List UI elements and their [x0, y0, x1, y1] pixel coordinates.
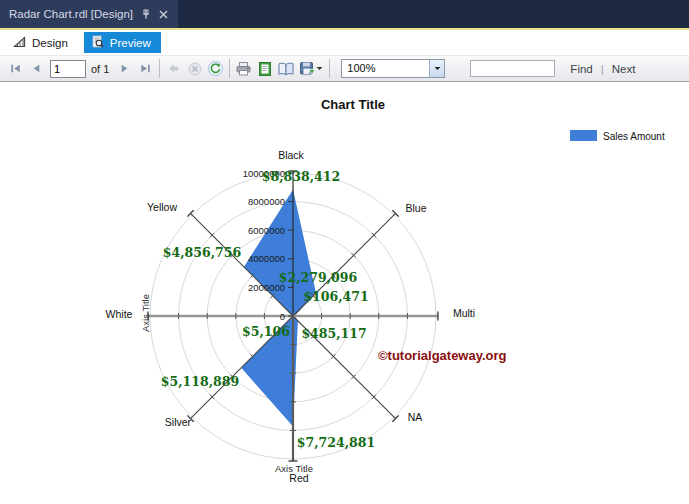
- data-point-label: $7,724,881: [297, 435, 375, 450]
- data-point-label: $4,856,756: [163, 245, 242, 260]
- tab-design-label: Design: [32, 37, 68, 49]
- category-axis-title: Axis Title: [275, 463, 313, 474]
- previous-page-icon: [29, 61, 44, 76]
- data-point-label: $2,279,096: [279, 270, 358, 285]
- export-button[interactable]: [296, 58, 326, 79]
- last-page-button[interactable]: [135, 58, 156, 79]
- close-icon[interactable]: [159, 10, 168, 19]
- next-page-icon: [117, 61, 132, 76]
- print-button[interactable]: [233, 58, 254, 79]
- category-label-na: NA: [408, 411, 423, 423]
- page-count-label: of 1: [91, 63, 109, 75]
- print-icon: [235, 61, 252, 77]
- document-tab-bar: Radar Chart.rdl [Design]: [0, 0, 689, 30]
- find-next-group: Find | Next: [570, 63, 635, 75]
- toolbar-separator: [229, 59, 230, 78]
- category-label-silver: Silver: [165, 416, 192, 428]
- value-axis-label: 4000000: [248, 253, 285, 264]
- view-tab-bar: Design Preview: [0, 30, 689, 55]
- report-viewer-toolbar: of 1 100%: [0, 55, 689, 82]
- category-label-multi: Multi: [453, 307, 475, 319]
- value-axis-label: 0: [280, 311, 285, 322]
- chart-title: Chart Title: [321, 97, 385, 112]
- data-point-label: $5,106: [242, 324, 290, 339]
- toolbar-separator: [159, 59, 160, 78]
- stop-button[interactable]: [184, 58, 205, 79]
- tab-preview-label: Preview: [110, 37, 151, 49]
- previous-page-button[interactable]: [26, 58, 47, 79]
- next-button[interactable]: Next: [612, 63, 636, 75]
- zoom-select[interactable]: 100%: [341, 59, 445, 78]
- value-axis-label: 8000000: [248, 196, 285, 207]
- export-icon: [299, 61, 316, 77]
- find-next-separator: |: [601, 63, 604, 75]
- set-square-icon: [13, 36, 26, 50]
- page-number-input[interactable]: [50, 60, 86, 78]
- first-page-icon: [8, 61, 23, 76]
- chevron-down-icon: [434, 66, 441, 71]
- pin-icon[interactable]: [141, 9, 151, 20]
- category-label-white: White: [106, 308, 133, 320]
- category-label-blue: Blue: [405, 202, 426, 214]
- refresh-button[interactable]: [205, 58, 226, 79]
- legend-label: Sales Amount: [603, 131, 665, 142]
- preview-page-icon: [91, 35, 104, 50]
- data-point-label: $8,838,412: [262, 169, 340, 184]
- watermark-text: ©tutorialgateway.org: [378, 348, 507, 363]
- data-point-label: $485,117: [301, 326, 366, 341]
- data-point-label: $5,118,889: [161, 374, 239, 389]
- report-designer-window: Radar Chart.rdl [Design] Design Preview: [0, 0, 689, 504]
- value-axis-title: Axis Title: [140, 294, 151, 332]
- legend-swatch: [570, 130, 597, 141]
- page-setup-icon: [277, 61, 295, 77]
- dropdown-caret-icon: [316, 66, 323, 71]
- last-page-icon: [138, 61, 153, 76]
- back-button[interactable]: [163, 58, 184, 79]
- next-page-button[interactable]: [114, 58, 135, 79]
- tab-preview[interactable]: Preview: [84, 32, 161, 53]
- category-label-yellow: Yellow: [147, 201, 177, 213]
- toolbar-separator: [329, 59, 330, 78]
- radar-chart: 0200000040000006000000800000010000000Bla…: [0, 82, 689, 502]
- report-preview-area: 0200000040000006000000800000010000000Bla…: [0, 82, 689, 502]
- first-page-button[interactable]: [5, 58, 26, 79]
- print-layout-button[interactable]: [254, 58, 275, 79]
- data-point-label: $106,471: [303, 289, 368, 304]
- tab-design[interactable]: Design: [9, 34, 72, 52]
- zoom-dropdown-button[interactable]: [429, 60, 444, 77]
- find-button[interactable]: Find: [570, 63, 592, 75]
- print-layout-icon: [257, 61, 273, 77]
- category-label-black: Black: [278, 149, 304, 161]
- document-tab-title: Radar Chart.rdl [Design]: [9, 8, 133, 20]
- back-icon: [166, 61, 181, 76]
- value-axis-label: 6000000: [248, 225, 285, 236]
- refresh-icon: [207, 60, 224, 77]
- search-input[interactable]: [470, 60, 555, 77]
- zoom-value: 100%: [342, 60, 429, 77]
- stop-icon: [187, 61, 203, 77]
- page-setup-button[interactable]: [275, 58, 296, 79]
- document-tab[interactable]: Radar Chart.rdl [Design]: [0, 0, 178, 28]
